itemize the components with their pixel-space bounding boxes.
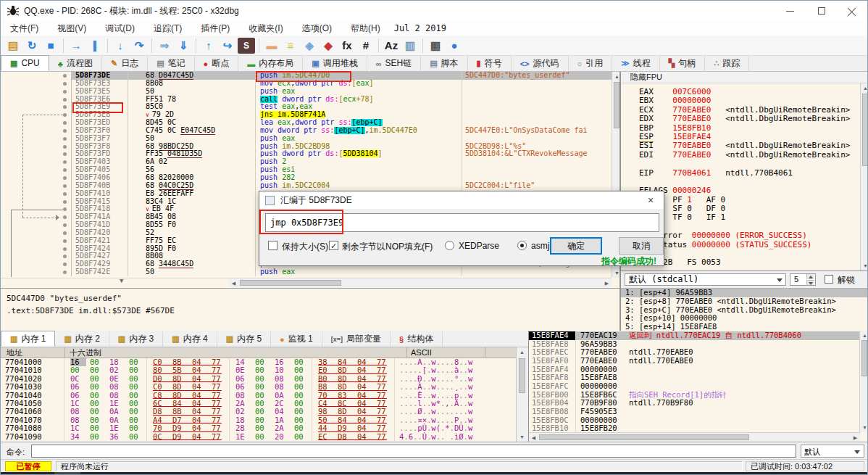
stack-pane[interactable]: 15E8FAE4770EAC19返回到 ntdll.770EAC19 自 ntd… [528,331,868,442]
breakpoint-dot-icon[interactable] [63,207,67,211]
toolbar-run-icon[interactable]: → [67,38,85,54]
toolbar-pause-icon[interactable]: ∥ [86,38,104,54]
toolbar-stop-debug-icon[interactable]: ■ [42,38,59,54]
tab-watch[interactable]: ●监视 1 [271,331,322,347]
toolbar-labels-icon[interactable]: ◈ [301,38,318,54]
tab-dump[interactable]: ▥内存 1 [1,331,55,347]
scroll-up-icon[interactable]: ▲ [860,331,868,340]
tab-handles[interactable]: ▚句柄 [660,56,705,71]
scroll-down-icon[interactable]: ▼ [860,423,868,432]
stack-row[interactable]: 15E8FAF815E8FAE8 [529,373,859,382]
breakpoint-dot-icon[interactable] [63,255,67,258]
menu-item[interactable]: 视图(V) [48,21,96,36]
breakpoint-dot-icon[interactable] [63,263,67,266]
stack-row[interactable]: 15E8FB08F45905E3 [529,408,859,416]
stack-row[interactable]: 15E8FAE4770EAC19返回到 ntdll.770EAC19 自 ntd… [529,331,859,340]
scroll-left-icon[interactable]: ◀ [529,433,538,442]
tab-seh-chain[interactable]: ∞SEH链 [367,56,422,71]
tab-script[interactable]: ▤脚本 [421,56,467,71]
unlock-checkbox[interactable] [825,275,833,284]
toolbar-patches-icon[interactable]: ▬ [263,38,280,54]
toolbar-functions-icon[interactable]: fx [338,38,356,54]
scroll-down-icon[interactable]: ▼ [517,432,527,442]
toolbar-modules-icon[interactable]: ▥ [401,38,419,54]
memory-row[interactable]: 77041090340036000CD904771E002000ECD80477… [1,433,516,441]
tab-dump[interactable]: ▥内存 3 [109,331,163,347]
toolbar-execute-till-return-icon[interactable]: ↑ [200,38,217,54]
breakpoint-dot-icon[interactable] [63,160,67,164]
scrollbar-thumb[interactable] [614,82,619,128]
breakpoint-dot-icon[interactable] [63,247,67,251]
breakpoint-dot-icon[interactable] [63,168,67,172]
tab-log[interactable]: ✎日志 [102,56,148,71]
toolbar-globe-icon[interactable]: ● [446,38,463,54]
breakpoint-dot-icon[interactable] [63,184,67,188]
disasm-row[interactable]: 5D8F742E50push eax [1,268,612,276]
disassembly-horizontal-scrollbar[interactable]: ◀ ▶ [229,278,612,288]
scrollbar-thumb[interactable] [862,94,868,166]
breakpoint-dot-icon[interactable] [63,113,67,117]
breakpoint-dot-icon[interactable] [63,105,67,109]
toolbar-strings-icon[interactable]: Az [383,38,400,54]
keep-size-checkbox[interactable] [268,241,277,250]
toolbar-bookmarks-icon[interactable]: ◆ [320,38,337,54]
breakpoint-dot-icon[interactable] [63,176,67,180]
menu-item[interactable]: 选项(O) [293,21,341,36]
scroll-left-icon[interactable]: ◀ [229,278,238,288]
disasm-row[interactable]: 5D8F73F750push eax [1,135,612,143]
toolbar-step-out-icon[interactable]: ⇓ [175,38,192,54]
disasm-row[interactable]: 5D8F73E550push eax [1,88,612,96]
tab-memory-map[interactable]: ▬内存布局 [238,56,303,71]
breakpoint-dot-icon[interactable] [63,223,67,227]
scroll-down-icon[interactable]: ▼ [612,268,620,278]
stack-row[interactable]: 15E8FAE896A59BB3 [529,340,859,349]
tab-dump[interactable]: ▥内存 4 [163,331,217,347]
tab-cpu[interactable]: ▦CPU [1,55,49,71]
toolbar-run-to-user-code-icon[interactable]: ↪ [219,38,236,54]
calling-convention-dropdown[interactable]: 默认 (stdcall) [625,273,786,286]
breakpoint-dot-icon[interactable] [63,215,67,219]
breakpoint-dot-icon[interactable] [63,152,67,156]
tab-dump[interactable]: ▥内存 5 [217,331,271,347]
scrollbar-thumb[interactable] [861,340,867,376]
scroll-up-icon[interactable]: ▲ [612,72,620,81]
toolbar-scylla-icon[interactable]: S [238,38,255,54]
breakpoint-dot-icon[interactable] [63,121,67,125]
stack-row[interactable]: 15E8FB0015E8FB6C指向SEH_Record[1]的指针 [529,391,859,400]
toolbar-comments-icon[interactable]: ≡ [282,38,299,54]
tab-trace[interactable]: ∴跟踪 [705,56,749,71]
tab-notes[interactable]: ▤笔记 [148,56,194,71]
toolbar-step-into-icon[interactable]: ↓ [112,38,129,54]
scroll-right-icon[interactable]: ▶ [602,278,612,288]
tab-breakpoint[interactable]: ●断点 [195,56,239,71]
argument-count-stepper[interactable]: 5 [790,273,816,286]
argument-row[interactable]: 2: [esp+8] 770EABE0 <ntdll.DbgUiRemoteBr… [621,297,868,306]
scrollbar-thumb[interactable] [519,358,525,393]
tab-locals[interactable]: [x=]局部变量 [322,331,391,347]
command-mode-dropdown[interactable]: 默认 [801,445,864,458]
stack-row[interactable]: 15E8FB04770B9F80ntdll.770B9F80 [529,399,859,408]
command-input[interactable] [31,445,796,458]
toolbar-run-to-selection-icon[interactable]: ⇒ [156,38,173,54]
memory-vertical-scrollbar[interactable]: ▲ ▼ [516,347,528,442]
toolbar-open-file-icon[interactable]: ▤ [4,38,22,54]
stack-row[interactable]: 15E8FAFC00000000 [529,382,859,391]
ok-button[interactable]: 确定 [550,237,602,255]
breakpoint-dot-icon[interactable] [63,129,67,133]
close-button[interactable] [837,1,867,21]
stack-row[interactable]: 15E8FB0C00000000 [529,416,859,425]
stepper-up-icon[interactable] [806,274,814,279]
hide-fpu-button[interactable]: 隐藏FPU [621,72,868,83]
cancel-button[interactable]: 取消 [619,237,664,255]
minimize-button[interactable] [775,1,805,21]
tab-source[interactable]: <>源代码 [512,56,569,71]
scrollbar-thumb[interactable] [539,434,749,440]
dialog-close-button[interactable]: × [639,191,662,209]
breakpoint-dot-icon[interactable] [63,200,67,204]
registers-vertical-scrollbar[interactable]: ▲ ▼ [860,83,868,270]
scrollbar-thumb[interactable] [240,280,341,286]
tab-struct[interactable]: §结构体 [391,331,443,347]
scroll-up-icon[interactable]: ▲ [517,347,527,357]
breakpoint-dot-icon[interactable] [63,192,67,196]
scroll-right-icon[interactable]: ▶ [851,433,860,442]
